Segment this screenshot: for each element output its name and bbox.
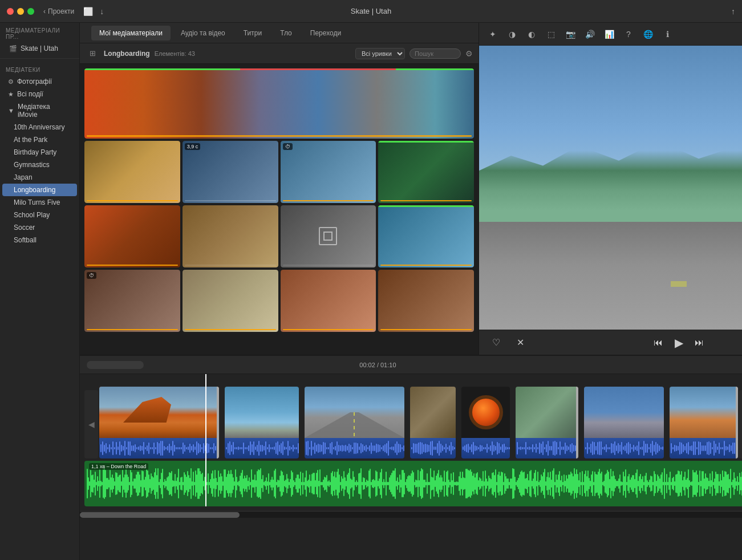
media-cell-wide[interactable] [84, 68, 474, 139]
timeline-scrollbar[interactable] [80, 511, 742, 518]
preview-area [479, 46, 742, 330]
tab-my-media[interactable]: Мої медіаматеріали [91, 26, 171, 40]
tab-titles[interactable]: Титри [236, 26, 270, 40]
tabs-bar: Мої медіаматеріали Аудіо та відео Титри … [80, 23, 479, 43]
sidebar-item-imovie-library[interactable]: ▼ Медіатека iMovie [2, 100, 77, 121]
sidebar-item-schoolplay[interactable]: School Play [2, 209, 77, 221]
clip-badge: ⏱ [283, 143, 293, 150]
timeline-clip-7[interactable]: 1,8 с – МОАБ [584, 387, 664, 458]
clip-resize-right-6[interactable] [576, 387, 578, 458]
sidebar-item-park[interactable]: At the Park [2, 133, 77, 146]
color-balance-button[interactable]: ◐ [525, 27, 538, 41]
sidebar-item-birthday[interactable]: Birthday Party [2, 146, 77, 159]
skip-forward-button[interactable]: ⏭ [691, 335, 707, 351]
tab-audio-video[interactable]: Аудіо та відео [173, 26, 233, 40]
timeline-clip-8[interactable] [670, 387, 738, 458]
info-button[interactable]: ℹ [660, 27, 674, 41]
camera-stabilize-button[interactable]: 📷 [563, 27, 577, 41]
titlebar: ‹ Проекти ⬜ ↓ Skate | Utah ↑ [0, 0, 742, 23]
tab-transitions[interactable]: Переходи [302, 26, 349, 40]
help-button[interactable]: ? [622, 27, 635, 41]
view-toggle-button[interactable]: ⊞ [86, 47, 99, 60]
right-panel: ✦ ◑ ◐ ⬚ 📷 🔊 📊 ? 🌐 ℹ Скинути все [479, 23, 742, 355]
list-item[interactable] [378, 205, 474, 267]
sidebar-item-soccer[interactable]: Soccer [2, 221, 77, 234]
crop-button[interactable]: ⬚ [544, 27, 558, 41]
close-button[interactable] [7, 8, 14, 15]
preview-controls: ♡ ✕ ⏮ ▶ ⏭ ⤢ [479, 330, 742, 355]
list-item[interactable] [378, 270, 474, 332]
add-to-timeline-icon[interactable]: ⬜ [83, 7, 93, 16]
favorite-button[interactable]: ♡ [488, 335, 504, 351]
sidebar-media-section: МЕДІАМАТЕРІАЛИ ПР... [0, 23, 79, 42]
search-input[interactable] [409, 48, 461, 59]
all-events-icon: ★ [8, 91, 14, 98]
timeline-clip-1[interactable]: 4,0 с – THE GREAT SKATE TRIP [99, 387, 219, 458]
back-button[interactable]: ‹ Проекти [43, 7, 74, 15]
sidebar-item-all-events[interactable]: ★ Всі події [2, 88, 77, 100]
timeline-clip-4[interactable] [410, 387, 456, 458]
media-count: Елементів: 43 [155, 50, 195, 57]
list-item[interactable]: 3,9 с [183, 141, 278, 203]
sidebar-project-item[interactable]: 🎬 Skate | Utah [0, 42, 79, 55]
color-correction-button[interactable]: ◑ [505, 27, 519, 41]
clip-badge: 3,9 с [185, 143, 201, 150]
timeline-tracks: ◀ 4,0 с – THE GREAT SKATE TRIP [80, 374, 742, 506]
sidebar: МЕДІАМАТЕРІАЛИ ПР... 🎬 Skate | Utah МЕДІ… [0, 23, 80, 560]
media-filter-select[interactable]: Всі уривки [355, 48, 405, 59]
media-toolbar: ⊞ Longboarding Елементів: 43 Всі уривки … [80, 43, 479, 64]
sidebar-item-softball[interactable]: Softball [2, 234, 77, 246]
audio-track-label: 1,1 хв – Down the Road [89, 463, 148, 470]
timeline-clip-5[interactable] [461, 387, 510, 458]
clip-audio-3 [305, 438, 404, 458]
reject-button[interactable]: ✕ [512, 335, 528, 351]
audio-wave-bg [84, 461, 742, 506]
share-icon[interactable]: ↑ [731, 7, 735, 16]
clip-resize-right-1[interactable] [217, 387, 219, 458]
timeline-header: 00:02 / 01:10 ⛰ Параметри [80, 356, 742, 374]
photos-icon: ⚙ [8, 78, 14, 86]
volume-button[interactable]: 🔊 [583, 27, 597, 41]
sidebar-item-japan[interactable]: Japan [2, 171, 77, 184]
settings-icon[interactable]: ⚙ [465, 49, 473, 58]
play-pause-button[interactable]: ▶ [671, 335, 687, 351]
titlebar-toolbar: ⬜ ↓ [83, 7, 104, 16]
skip-back-button[interactable]: ⏮ [650, 335, 666, 351]
sidebar-item-photos[interactable]: ⚙ Фотографії [2, 75, 77, 88]
track-handle-left[interactable]: ◀ [84, 390, 98, 458]
sidebar-item-gymnastics[interactable]: Gymnastics [2, 159, 77, 171]
list-item[interactable] [378, 141, 474, 203]
speed-button[interactable]: 📊 [602, 27, 616, 41]
clip-resize-right-8[interactable] [736, 387, 738, 458]
media-browser: ⊞ Longboarding Елементів: 43 Всі уривки … [80, 43, 479, 355]
list-item[interactable] [183, 205, 278, 267]
clip-audio-6 [516, 438, 578, 458]
list-item[interactable] [281, 205, 376, 267]
titlebar-right: ↑ [731, 7, 735, 16]
playhead-head [202, 374, 210, 378]
list-item[interactable]: ⏱ [84, 270, 180, 332]
scrollbar-thumb[interactable] [80, 512, 240, 518]
sidebar-item-longboarding[interactable]: Longboarding [2, 184, 77, 196]
maximize-button[interactable] [27, 8, 34, 15]
list-item[interactable] [281, 270, 376, 332]
timeline-clip-3[interactable] [305, 387, 404, 458]
sidebar-item-anniversary[interactable]: 10th Anniversary [2, 121, 77, 133]
list-item[interactable] [84, 205, 180, 267]
sidebar-item-milo[interactable]: Milo Turns Five [2, 196, 77, 209]
list-item[interactable] [183, 270, 278, 332]
magic-wand-button[interactable]: ✦ [486, 27, 500, 41]
list-item[interactable] [84, 141, 180, 203]
list-item[interactable]: ⏱ [281, 141, 376, 203]
track-handle-right[interactable]: ▶ [739, 390, 742, 458]
import-icon[interactable]: ↓ [100, 7, 104, 16]
minimize-button[interactable] [17, 8, 24, 15]
window-title: Skate | Utah [351, 7, 391, 15]
filter-button[interactable]: 🌐 [641, 27, 655, 41]
timeline-clip-6[interactable] [516, 387, 578, 458]
timeline-content[interactable]: ◀ 4,0 с – THE GREAT SKATE TRIP [80, 374, 742, 560]
clip-badge: ⏱ [87, 272, 96, 279]
clip-audio-1 [99, 438, 219, 458]
timeline-clip-2[interactable] [225, 387, 299, 458]
tab-background[interactable]: Тло [272, 26, 300, 40]
